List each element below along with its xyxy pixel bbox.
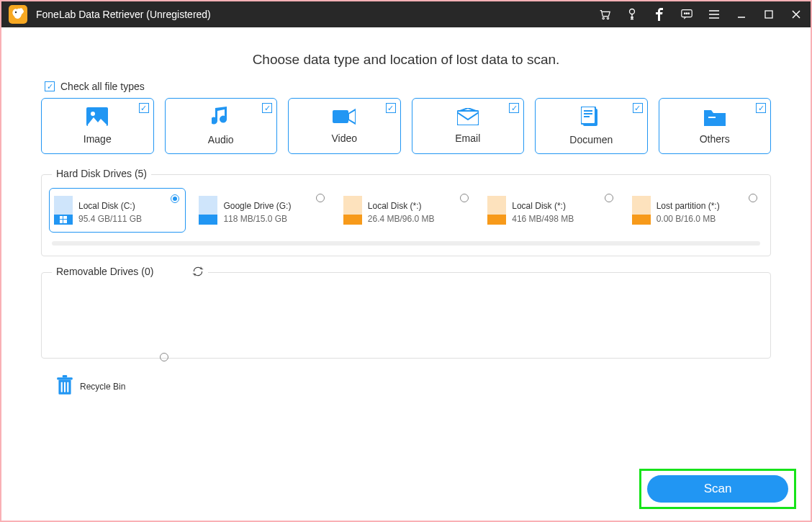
cart-icon[interactable] (597, 7, 612, 22)
maximize-icon[interactable] (762, 7, 776, 22)
drive-icon (632, 196, 651, 225)
type-checkbox[interactable] (139, 103, 149, 113)
drive-list: Local Disk (C:)95.4 GB/111 GBGoogle Driv… (49, 188, 763, 233)
type-checkbox[interactable] (386, 103, 396, 113)
drive-icon (487, 196, 506, 225)
checkbox-icon[interactable] (45, 81, 55, 91)
scan-button[interactable]: Scan (647, 475, 788, 503)
svg-point-6 (686, 13, 687, 14)
facebook-icon[interactable] (652, 7, 667, 22)
recycle-label: Recycle Bin (80, 382, 125, 392)
drive-size: 118 MB/15.0 GB (223, 214, 291, 224)
svg-rect-23 (61, 382, 63, 392)
type-label: Email (455, 132, 480, 144)
trash-icon (55, 374, 74, 399)
refresh-icon[interactable] (192, 266, 204, 279)
drive-name: Lost partition (*:) (657, 201, 720, 211)
type-label: Others (700, 133, 730, 145)
drive-card[interactable]: Lost partition (*:)0.00 B/16.0 MB (628, 188, 763, 233)
minimize-icon[interactable] (734, 7, 749, 22)
recycle-bin-option[interactable]: Recycle Bin (55, 374, 771, 399)
video-icon (333, 108, 356, 128)
drive-scrollbar[interactable] (52, 241, 760, 246)
titlebar: FoneLab Data Retriever (Unregistered) (1, 1, 811, 27)
svg-rect-11 (333, 110, 348, 123)
svg-point-2 (607, 17, 608, 19)
drive-radio[interactable] (605, 194, 613, 202)
titlebar-actions (597, 7, 803, 22)
drive-radio[interactable] (171, 194, 179, 203)
svg-rect-22 (63, 375, 67, 377)
others-icon (704, 107, 726, 129)
drive-icon (54, 196, 73, 225)
image-icon (86, 107, 108, 129)
svg-point-1 (603, 17, 604, 19)
drive-radio[interactable] (749, 194, 757, 202)
file-type-cards: ImageAudioVideoEmailDocumenOthers (41, 98, 771, 154)
recycle-radio[interactable] (160, 353, 168, 361)
svg-rect-15 (708, 117, 716, 118)
type-card-documen[interactable]: Documen (535, 98, 648, 154)
documen-icon (581, 107, 601, 130)
drive-card[interactable]: Local Disk (*:)26.4 MB/96.0 MB (339, 188, 474, 233)
type-card-audio[interactable]: Audio (165, 98, 278, 154)
drive-name: Google Drive (G:) (223, 201, 291, 211)
app-title: FoneLab Data Retriever (Unregistered) (36, 9, 597, 20)
svg-rect-21 (57, 377, 72, 379)
svg-rect-18 (60, 220, 63, 223)
drive-size: 416 MB/498 MB (512, 214, 574, 224)
drive-size: 0.00 B/16.0 MB (657, 214, 720, 224)
drive-name: Local Disk (*:) (512, 201, 574, 211)
removable-section: Removable Drives (0) (41, 272, 771, 359)
drive-radio[interactable] (316, 194, 325, 202)
drive-icon (343, 196, 362, 225)
svg-rect-19 (63, 220, 67, 223)
check-all-label: Check all file types (60, 81, 145, 92)
audio-icon (212, 107, 230, 130)
drive-radio[interactable] (460, 194, 469, 202)
svg-rect-25 (67, 382, 68, 392)
type-checkbox[interactable] (262, 103, 272, 113)
drive-name: Local Disk (C:) (78, 201, 142, 211)
close-icon[interactable] (789, 7, 803, 22)
drive-card[interactable]: Google Drive (G:)118 MB/15.0 GB (194, 188, 330, 233)
key-icon[interactable] (625, 7, 639, 22)
type-card-image[interactable]: Image (41, 98, 154, 154)
type-label: Video (331, 132, 357, 144)
type-checkbox[interactable] (633, 103, 643, 113)
svg-rect-12 (457, 111, 479, 125)
svg-point-3 (630, 9, 635, 14)
scan-highlight: Scan (639, 469, 796, 509)
type-card-others[interactable]: Others (659, 98, 772, 154)
type-label: Image (84, 133, 112, 145)
svg-rect-14 (581, 107, 595, 124)
drive-card[interactable]: Local Disk (*:)416 MB/498 MB (483, 188, 618, 233)
check-all-file-types[interactable]: Check all file types (45, 81, 771, 92)
type-card-video[interactable]: Video (288, 98, 401, 154)
type-label: Documen (569, 134, 613, 145)
svg-point-0 (15, 12, 17, 13)
svg-rect-24 (64, 382, 66, 392)
type-checkbox[interactable] (756, 103, 766, 113)
svg-rect-16 (60, 216, 63, 219)
drive-card[interactable]: Local Disk (C:)95.4 GB/111 GB (49, 188, 186, 233)
type-card-email[interactable]: Email (412, 98, 525, 154)
svg-point-10 (91, 112, 95, 116)
page-headline: Choose data type and location of lost da… (41, 52, 771, 68)
drive-size: 95.4 GB/111 GB (78, 214, 142, 224)
svg-rect-17 (63, 216, 67, 219)
type-label: Audio (208, 134, 234, 145)
app-logo (9, 5, 27, 24)
menu-icon[interactable] (707, 7, 721, 22)
main-content: Choose data type and location of lost da… (1, 27, 811, 413)
drive-name: Local Disk (*:) (368, 201, 435, 211)
svg-point-7 (688, 13, 689, 14)
feedback-icon[interactable] (680, 7, 694, 22)
hdd-section: Hard Disk Drives (5) Local Disk (C:)95.4… (41, 174, 771, 256)
removable-legend: Removable Drives (0) (52, 266, 208, 279)
email-icon (457, 108, 479, 128)
svg-rect-8 (765, 11, 772, 18)
hdd-legend: Hard Disk Drives (5) (52, 168, 151, 179)
drive-icon (199, 196, 217, 225)
type-checkbox[interactable] (509, 103, 519, 113)
